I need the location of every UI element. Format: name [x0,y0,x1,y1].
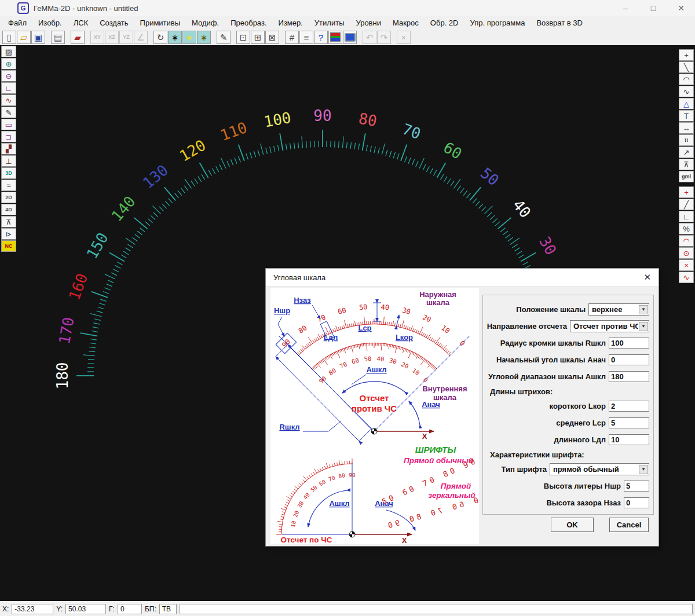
ok-button[interactable]: OK [551,518,594,532]
sketch-pen-icon-button[interactable]: ✎ [1,107,16,118]
screen-icon-button[interactable] [343,31,357,44]
open-folder-icon-button[interactable]: ▱ [17,31,31,44]
scale-position-select[interactable]: верхнее▼ [588,303,649,316]
zoom-extents-icon-button[interactable]: ⊞ [251,31,265,44]
select-region-icon-button[interactable]: ⊡ [236,31,250,44]
contour-icon-button[interactable]: ⊐ [1,131,16,142]
svg-text:50: 50 [359,303,368,311]
drawing-canvas[interactable]: 3040506070809010011012013014015016017018… [0,45,695,601]
levels-list-icon-button[interactable]: ≡ [299,31,313,44]
menu-item-2[interactable]: ЛСК [68,19,94,27]
chevron-down-icon[interactable]: ▼ [639,305,648,314]
point-on-corner-icon-button[interactable]: ∟ [679,211,694,222]
chevron-down-icon[interactable]: ▼ [639,465,648,474]
menu-item-10[interactable]: Макрос [387,19,425,27]
label-ashkl-upper: Ашкл [366,365,386,374]
view-axes-icon-button[interactable]: ∠ [134,31,148,44]
text-icon-button[interactable]: T [679,110,694,122]
zoom-window-icon-button[interactable]: ⊠ [265,31,279,44]
projection-axis-icon-button[interactable]: ⊕ [1,58,16,69]
undo-icon-button[interactable]: ↶ [363,31,376,44]
menu-item-5[interactable]: Модиф. [186,19,225,27]
to-3d-icon-button[interactable]: 3D [1,167,16,179]
context-help-icon-button[interactable]: ? [314,31,328,44]
new-file-icon-button[interactable]: ▯ [2,31,16,44]
point-on-arc-icon-button[interactable]: ◠ [679,235,694,247]
gml-icon-button[interactable]: gml [679,171,694,182]
menu-item-7[interactable]: Измер. [273,19,309,27]
redraw-all-icon-button[interactable]: ∗ [168,31,182,44]
corner-point-icon-button[interactable]: ∟ [1,82,16,94]
hatch-4d-icon-button[interactable]: 4D [1,204,16,215]
trim-icon-button[interactable]: ↗ [679,146,694,158]
rectangle-icon-button[interactable]: ▭ [1,119,16,130]
view-xy-icon-button[interactable]: XY [90,31,104,44]
wave-icon-button[interactable]: ≈ [1,179,16,191]
hatch-icon-button[interactable]: ▨ [1,46,16,57]
point-on-line-icon-button[interactable]: ╱ [679,199,694,210]
view-xz-icon-button[interactable]: XZ [105,31,119,44]
close-button[interactable]: ✕ [667,3,695,13]
menu-item-6[interactable]: Преобраз. [225,19,272,27]
regen-page-icon-button[interactable]: ↻ [153,31,167,44]
count-direction-select[interactable]: Отсчет против ЧС▼ [570,320,649,332]
cancel-button[interactable]: Cancel [609,518,649,532]
menu-item-12[interactable]: Упр. программа [464,19,531,27]
snap-cursor-icon-button[interactable]: + [679,186,694,198]
line-icon-button[interactable]: ╲ [679,61,694,73]
hammer-icon-button[interactable]: ⊼ [1,216,16,228]
medium-stroke-input[interactable] [609,417,649,428]
projection-axis2-icon-button[interactable]: ⊖ [1,70,16,82]
gap-height-input[interactable] [624,497,649,508]
point-percent-icon-button[interactable]: % [679,223,694,234]
view-yz-icon-button[interactable]: YZ [119,31,133,44]
short-stroke-input[interactable] [609,401,649,412]
zigzag-icon: ≀≀ [685,138,689,143]
minimize-button[interactable]: – [612,3,639,13]
save-icon-button[interactable]: ▣ [31,31,45,44]
print-icon-button[interactable]: ▤ [51,31,65,44]
menu-item-0[interactable]: Файл [2,19,32,27]
redraw-part-icon-button[interactable]: ∗ [197,31,211,44]
dialog-title-bar[interactable]: Угловая шкала ✕ [266,269,659,287]
delete-icon-button[interactable]: × [397,31,411,44]
zigzag-icon-button[interactable]: ≀≀ [679,134,694,146]
plane-flag-icon-button[interactable]: △ [679,98,694,109]
menu-item-4[interactable]: Примитивы [134,19,186,27]
point-icon-button[interactable]: + [679,49,694,61]
import-model-icon-button[interactable]: ▰ [71,31,85,44]
relief-icon-button[interactable]: ▞ [1,143,16,155]
menu-item-13[interactable]: Возврат в 3D [531,19,588,27]
funnel-icon-button[interactable]: ⊳ [1,228,16,240]
halfplane-icon-button[interactable]: ⊥ [1,155,16,167]
angular-range-input[interactable] [609,371,649,382]
intersection-icon-button[interactable]: × [679,259,694,271]
menu-item-1[interactable]: Изобр. [32,19,68,27]
long-stroke-input[interactable] [609,434,649,445]
arc-icon-button[interactable]: ◠ [679,74,694,85]
redraw-new-icon-button[interactable]: ∗ [182,31,196,44]
grid-icon-button[interactable]: # [285,31,299,44]
menu-item-8[interactable]: Утилиты [309,19,350,27]
dimension-icon-button[interactable]: ↔ [679,122,694,134]
menu-item-11[interactable]: Обр. 2D [425,19,464,27]
spline-curve-icon-button[interactable]: ∿ [679,86,694,97]
dialog-close-button[interactable]: ✕ [643,272,651,283]
menu-item-9[interactable]: Уровни [350,19,386,27]
edge-radius-input[interactable] [609,338,649,349]
point-on-curve-icon-button[interactable]: ∿ [679,272,694,283]
hatch-2d-icon-button[interactable]: 2D [1,192,16,203]
redo-icon-button[interactable]: ↷ [377,31,391,44]
start-angle-input[interactable] [609,354,649,365]
chevron-down-icon[interactable]: ▼ [639,322,648,331]
font-type-select[interactable]: прямой обычный▼ [550,463,649,475]
attach-pen-icon-button[interactable]: ✎ [217,31,231,44]
maximize-button[interactable]: □ [639,3,667,13]
menu-item-3[interactable]: Создать [94,19,134,27]
colors-icon-button[interactable] [328,31,342,44]
letter-height-input[interactable] [624,481,649,492]
center-point-icon-button[interactable]: ⊙ [679,247,694,259]
nc-program-icon-button[interactable]: NC [1,240,16,252]
pick-hammer-icon-button[interactable]: ⊼ [679,159,694,170]
spline-icon-button[interactable]: ∿ [1,94,16,106]
